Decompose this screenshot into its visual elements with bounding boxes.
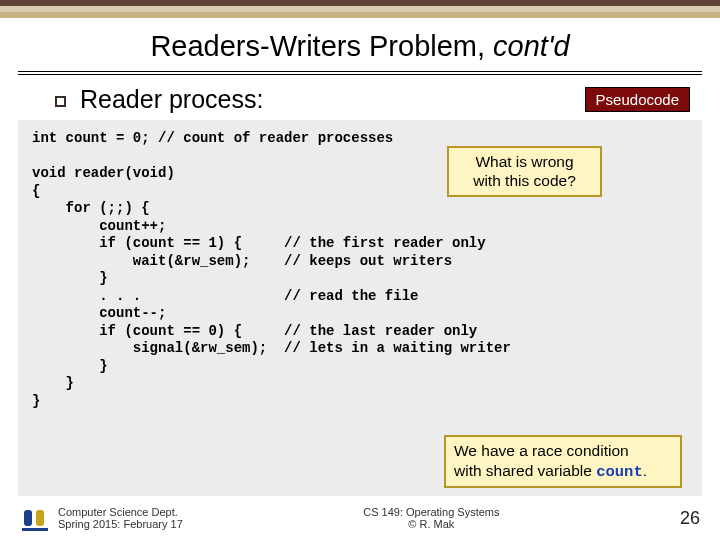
section-row: Reader process: Pseudocode — [55, 85, 690, 114]
title-rule-1 — [18, 71, 702, 72]
footer-course: CS 149: Operating Systems — [183, 506, 680, 518]
footer-author: © R. Mak — [183, 518, 680, 530]
callout-answer-line2a: with shared variable — [454, 462, 596, 479]
footer-dept: Computer Science Dept. — [58, 506, 183, 518]
title-text-main: Readers-Writers Problem, — [150, 30, 493, 62]
callout-answer: We have a race condition with shared var… — [444, 435, 682, 488]
footer-date: Spring 2015: February 17 — [58, 518, 183, 530]
footer-center: CS 149: Operating Systems © R. Mak — [183, 506, 680, 530]
section-heading: Reader process: — [80, 85, 585, 114]
code-line-decl: int count = 0; // count of reader proces… — [32, 130, 393, 146]
svg-rect-0 — [24, 510, 32, 526]
svg-rect-1 — [36, 510, 44, 526]
callout-question-line1: What is wrong — [475, 153, 573, 170]
callout-answer-count: count — [596, 463, 643, 481]
callout-answer-line2c: . — [643, 462, 647, 479]
square-bullet-icon — [55, 96, 66, 107]
title-rule-2 — [18, 74, 702, 75]
callout-question: What is wrong with this code? — [447, 146, 602, 197]
page-number: 26 — [680, 508, 700, 529]
callout-question-line2: with this code? — [473, 172, 576, 189]
callout-answer-line1: We have a race condition — [454, 442, 629, 459]
title-text-italic: cont'd — [493, 30, 569, 62]
decorative-stripes — [0, 0, 720, 18]
stripe-gold — [0, 12, 720, 18]
pseudocode-badge: Pseudocode — [585, 87, 690, 112]
slide-title: Readers-Writers Problem, cont'd — [30, 30, 690, 63]
code-body: void reader(void) { for (;;) { count++; … — [32, 165, 511, 409]
sjsu-logo-icon — [20, 504, 50, 532]
footer: Computer Science Dept. Spring 2015: Febr… — [0, 496, 720, 540]
slide: Readers-Writers Problem, cont'd Reader p… — [0, 0, 720, 540]
footer-left-text: Computer Science Dept. Spring 2015: Febr… — [58, 506, 183, 530]
code-block: int count = 0; // count of reader proces… — [18, 120, 702, 496]
svg-rect-2 — [22, 528, 48, 531]
footer-left: Computer Science Dept. Spring 2015: Febr… — [20, 504, 183, 532]
